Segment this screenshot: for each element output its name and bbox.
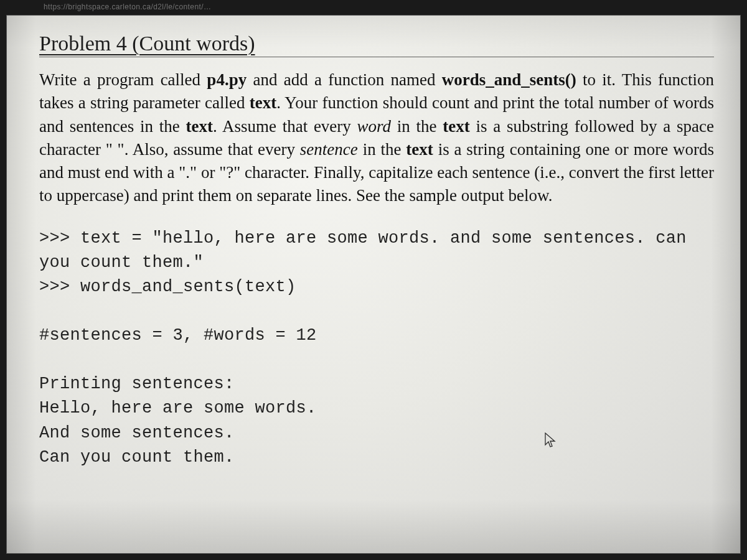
code-output-header: Printing sentences: xyxy=(39,375,235,393)
function-name: words_and_sents() xyxy=(442,70,576,89)
desc-seg: and add a function named xyxy=(247,70,442,89)
problem-heading: Problem 4 (Count words) xyxy=(39,32,714,57)
viewport: https://brightspace.carleton.ca/d2l/le/c… xyxy=(0,0,747,560)
browser-url-hint: https://brightspace.carleton.ca/d2l/le/c… xyxy=(6,2,741,15)
desc-seg: . Assume that every xyxy=(213,117,357,136)
sample-code-block: >>> text = "hello, here are some words. … xyxy=(39,226,714,470)
problem-description: Write a program called p4.py and add a f… xyxy=(39,68,714,208)
param-text: text xyxy=(406,140,433,159)
desc-seg: Write a program called xyxy=(39,70,207,89)
document-page: Problem 4 (Count words) Write a program … xyxy=(6,15,741,554)
param-text: text xyxy=(250,93,276,112)
desc-seg: in the xyxy=(358,140,406,159)
code-line: >>> words_and_sents(text) xyxy=(39,278,296,296)
code-line: you count them." xyxy=(39,253,204,272)
filename: p4.py xyxy=(207,70,247,89)
param-text: text xyxy=(186,117,212,136)
code-output-line: Can you count them. xyxy=(39,448,235,467)
code-counts-line: #sentences = 3, #words = 12 xyxy=(39,326,317,345)
desc-seg: in the xyxy=(391,117,443,136)
code-output-line: Hello, here are some words. xyxy=(39,399,317,418)
term-sentence: sentence xyxy=(300,140,358,159)
code-line: >>> text = "hello, here are some words. … xyxy=(39,229,687,248)
term-word: word xyxy=(357,117,392,136)
param-text: text xyxy=(443,117,469,136)
code-output-line: And some sentences. xyxy=(39,424,235,442)
